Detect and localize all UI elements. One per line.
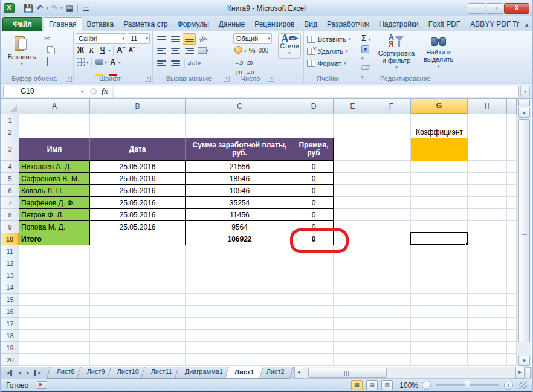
cell-salary-row7[interactable]: 35254 bbox=[185, 196, 294, 209]
column-header-E[interactable]: E bbox=[334, 99, 372, 114]
column-header-D[interactable]: D bbox=[294, 99, 334, 114]
autosum-button[interactable]: Σ ▾ bbox=[361, 33, 373, 43]
zoom-out-icon[interactable]: − bbox=[422, 381, 431, 390]
page-layout-view-button[interactable]: ▤ bbox=[366, 380, 378, 390]
format-painter-icon[interactable] bbox=[42, 57, 53, 67]
fill-handle[interactable] bbox=[465, 243, 468, 246]
split-box[interactable]: ─ bbox=[518, 100, 530, 106]
cell-total-salary[interactable]: 106922 bbox=[185, 233, 294, 245]
row-header-4[interactable]: 4 bbox=[1, 161, 19, 173]
row-header-8[interactable]: 8 bbox=[1, 209, 19, 221]
redo-icon[interactable]: ↷ bbox=[51, 3, 58, 13]
row-header-17[interactable]: 17 bbox=[1, 318, 19, 330]
zoom-in-icon[interactable]: + bbox=[504, 381, 513, 390]
customize-qat-icon[interactable]: ⚌ bbox=[82, 3, 89, 13]
redo-dropdown-icon[interactable]: ▾ bbox=[61, 6, 63, 11]
cell-premium-row6[interactable]: 0 bbox=[294, 184, 334, 197]
align-middle-button[interactable] bbox=[169, 33, 182, 45]
row-header-7[interactable]: 7 bbox=[1, 197, 19, 209]
cell-total-label[interactable]: Итого bbox=[19, 233, 90, 245]
restore-button[interactable]: □ bbox=[486, 3, 503, 14]
scroll-left-icon[interactable]: ◄ bbox=[294, 367, 303, 379]
tab-формулы[interactable]: Формулы bbox=[173, 18, 214, 31]
normal-view-button[interactable]: ▦ bbox=[351, 380, 363, 390]
alignment-dialog-launcher-icon[interactable]: ↘ bbox=[224, 76, 230, 82]
tab-данные[interactable]: Данные bbox=[214, 18, 250, 31]
cell-name-row6[interactable]: Коваль Л. П. bbox=[19, 184, 90, 197]
cell-total-b10[interactable] bbox=[89, 233, 186, 245]
orientation-button[interactable]: ab▾ bbox=[196, 33, 210, 45]
tab-split-handle[interactable] bbox=[526, 367, 531, 378]
row-header-13[interactable]: 13 bbox=[1, 269, 19, 281]
cell-salary-row4[interactable]: 21556 bbox=[185, 160, 294, 173]
horizontal-scrollbar[interactable]: ◄ ► bbox=[294, 367, 532, 379]
align-bottom-button[interactable] bbox=[183, 33, 196, 45]
cell-premium-row4[interactable]: 0 bbox=[294, 160, 334, 173]
row-header-11[interactable]: 11 bbox=[1, 245, 19, 257]
cell-date-row8[interactable]: 25.05.2016 bbox=[89, 208, 186, 221]
cell-date-row4[interactable]: 25.05.2016 bbox=[89, 160, 186, 173]
tab-вставка[interactable]: Вставка bbox=[82, 18, 119, 31]
merge-center-button[interactable]: ▾ bbox=[196, 45, 210, 56]
column-header-G[interactable]: G bbox=[411, 99, 468, 114]
row-header-10[interactable]: 10 bbox=[1, 233, 19, 245]
cell-name-row9[interactable]: Попова М. Д. bbox=[19, 220, 90, 233]
row-header-2[interactable]: 2 bbox=[1, 126, 19, 138]
clipboard-dialog-launcher-icon[interactable]: ↘ bbox=[66, 76, 72, 82]
cell-name-row5[interactable]: Сафронова В. М. bbox=[19, 172, 90, 185]
cell-premium-row7[interactable]: 0 bbox=[294, 196, 334, 209]
cell-premium-row8[interactable]: 0 bbox=[294, 208, 334, 221]
format-cells-button[interactable]: Формат▾ bbox=[306, 57, 356, 69]
comma-style-button[interactable]: 000 bbox=[258, 46, 270, 56]
column-header-F[interactable]: F bbox=[372, 99, 411, 114]
table-tool-icon[interactable]: ▦ bbox=[66, 3, 73, 13]
font-dialog-launcher-icon[interactable]: ↘ bbox=[145, 76, 151, 82]
insert-function-icon[interactable]: fx bbox=[102, 86, 108, 96]
table-header-b[interactable]: Дата bbox=[89, 138, 186, 161]
first-sheet-icon[interactable]: ◄▌ bbox=[4, 370, 15, 376]
decrease-indent-button[interactable] bbox=[155, 57, 168, 69]
row-header-18[interactable]: 18 bbox=[1, 330, 19, 342]
last-sheet-icon[interactable]: ▌► bbox=[33, 370, 44, 376]
collapse-ribbon-icon[interactable]: ▲ bbox=[524, 22, 529, 28]
cell-salary-row5[interactable]: 18546 bbox=[185, 172, 294, 185]
vertical-scroll-thumb[interactable] bbox=[518, 119, 530, 342]
column-header-H[interactable]: H bbox=[468, 99, 507, 114]
scroll-down-icon[interactable]: ▼ bbox=[518, 356, 530, 366]
zoom-level[interactable]: 100% bbox=[396, 381, 418, 390]
tab-foxit-pdf[interactable]: Foxit PDF bbox=[424, 18, 465, 31]
formula-input[interactable] bbox=[114, 86, 519, 97]
align-top-button[interactable] bbox=[155, 33, 168, 45]
horizontal-scroll-track[interactable] bbox=[303, 367, 515, 379]
accounting-format-button[interactable] bbox=[233, 46, 244, 56]
increase-indent-button[interactable] bbox=[169, 57, 182, 69]
tab-главная[interactable]: Главная bbox=[44, 17, 82, 31]
row-header-20[interactable]: 20 bbox=[1, 354, 19, 366]
prev-sheet-icon[interactable]: ◄ bbox=[16, 370, 24, 376]
cell-salary-row6[interactable]: 10546 bbox=[185, 184, 294, 197]
increase-decimal-button[interactable]: ←,0,00 bbox=[233, 58, 244, 68]
tab-вид[interactable]: Вид bbox=[299, 18, 322, 31]
bold-button[interactable]: Ж bbox=[76, 45, 86, 56]
page-break-view-button[interactable]: ▥ bbox=[381, 380, 393, 390]
cell-g3-coefficient[interactable] bbox=[411, 138, 468, 161]
sheet-tab-диаграмма1[interactable]: Диаграмма1 bbox=[174, 367, 232, 379]
sort-filter-button[interactable]: А Я Сортировка и фильтр ▾ bbox=[375, 33, 418, 80]
cell-date-row6[interactable]: 25.05.2016 bbox=[89, 184, 186, 197]
vertical-scrollbar[interactable]: ─ ▲ ▼ bbox=[517, 99, 531, 367]
row-header-15[interactable]: 15 bbox=[1, 294, 19, 306]
expand-formula-bar-icon[interactable]: ▾ bbox=[520, 86, 530, 97]
row-header-12[interactable]: 12 bbox=[1, 257, 19, 269]
number-format-select[interactable]: Общий▾ bbox=[233, 33, 272, 44]
tab-file[interactable]: Файл bbox=[2, 17, 42, 31]
copy-icon[interactable] bbox=[42, 46, 53, 56]
macro-record-icon[interactable] bbox=[37, 381, 47, 389]
tab-abbyy-pdf-tr[interactable]: ABBYY PDF Tr bbox=[465, 18, 524, 31]
italic-button[interactable]: К bbox=[86, 45, 97, 56]
cell-date-row5[interactable]: 25.05.2016 bbox=[89, 172, 186, 185]
row-header-16[interactable]: 16 bbox=[1, 306, 19, 318]
grow-font-button[interactable]: Аˆ bbox=[116, 45, 126, 56]
worksheet-grid[interactable]: ─ ▲ ▼ ABCDEFGH12345678910111213141516171… bbox=[1, 99, 532, 367]
cell-salary-row9[interactable]: 9564 bbox=[185, 220, 294, 233]
fill-button[interactable]: ▼ ▾ bbox=[361, 45, 373, 62]
